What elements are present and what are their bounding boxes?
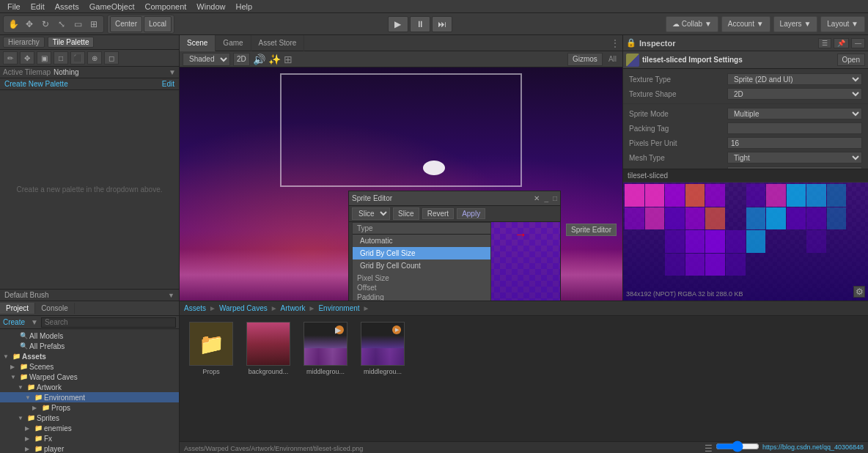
- asset-middleground-1[interactable]: ▶ middlegrou...: [300, 322, 351, 375]
- 2d-btn[interactable]: 2D: [233, 53, 250, 66]
- layers-btn[interactable]: Layers ▼: [773, 16, 818, 32]
- grid-btn[interactable]: ⊞: [284, 54, 293, 65]
- slice-auto-option[interactable]: Automatic: [353, 235, 490, 247]
- tree-sprites[interactable]: ▼ 📁 Sprites: [0, 413, 179, 423]
- inspector-menu-btn[interactable]: ☰: [818, 38, 831, 48]
- inspector-pin-btn[interactable]: 📌: [834, 38, 849, 48]
- bread-warped-caves[interactable]: Warped Caves: [219, 304, 268, 312]
- sprite-mode-select[interactable]: Multiple: [727, 108, 862, 119]
- revert-sprite-btn[interactable]: Revert: [422, 208, 454, 219]
- tp-paint[interactable]: ▣: [37, 51, 51, 65]
- tile-cell-23: [827, 207, 847, 230]
- view-options-btn[interactable]: ⋮: [608, 38, 622, 48]
- menu-file[interactable]: File: [3, 2, 25, 11]
- tile-palette-tab[interactable]: Tile Palette: [48, 37, 95, 48]
- game-tab[interactable]: Game: [216, 35, 251, 51]
- edit-palette-btn[interactable]: Edit: [162, 80, 174, 88]
- scale-tool[interactable]: ⤡: [54, 17, 69, 32]
- scene-tab[interactable]: Scene: [180, 35, 216, 51]
- bread-assets[interactable]: Assets: [184, 304, 206, 312]
- enemies-label: enemies: [44, 424, 72, 432]
- rect-tool[interactable]: ▭: [70, 17, 85, 32]
- step-btn[interactable]: ⏭: [432, 16, 452, 32]
- tree-assets-root[interactable]: ▼ 📁 Assets: [0, 351, 179, 361]
- bread-environment[interactable]: Environment: [318, 304, 359, 312]
- tree-environment[interactable]: ▼ 📁 Environment: [0, 392, 179, 402]
- create-btn[interactable]: Create: [3, 318, 25, 326]
- local-btn[interactable]: Local: [144, 16, 172, 32]
- tp-erase[interactable]: ◻: [104, 51, 119, 65]
- active-tilemap-dropdown[interactable]: ▼: [169, 68, 176, 76]
- play-btn[interactable]: ▶: [388, 16, 408, 32]
- default-brush-dropdown[interactable]: ▼: [168, 292, 174, 299]
- menu-gameobject[interactable]: GameObject: [85, 2, 139, 11]
- mesh-type-select[interactable]: Tight: [727, 152, 862, 163]
- texture-type-select[interactable]: Sprite (2D and UI): [727, 73, 862, 85]
- open-btn[interactable]: Open: [837, 54, 865, 66]
- preview-settings-btn[interactable]: ⚙: [853, 286, 865, 298]
- asset-middleground-2[interactable]: ▶ middlegrou...: [357, 322, 408, 375]
- tp-pencil[interactable]: ✏: [3, 51, 18, 65]
- sprite-editor-slice-dropdown[interactable]: Slice: [352, 207, 390, 220]
- tree-all-prefabs[interactable]: 🔍 All Prefabs: [0, 341, 179, 351]
- tree-artwork[interactable]: ▼ 📁 Artwork: [0, 382, 179, 392]
- gizmos-btn[interactable]: Gizmos: [567, 53, 603, 66]
- collab-btn[interactable]: ☁ Collab ▼: [666, 16, 718, 32]
- minimize-icon[interactable]: _: [544, 194, 548, 202]
- asset-background[interactable]: background...: [243, 322, 294, 375]
- tp-picker[interactable]: ⊕: [87, 51, 102, 65]
- texture-shape-select[interactable]: 2D: [727, 88, 862, 100]
- tree-enemies[interactable]: ▶ 📁 enemies: [0, 423, 179, 433]
- tp-move[interactable]: ✥: [20, 51, 34, 65]
- center-btn[interactable]: Center: [110, 16, 142, 32]
- slice-grid-cell-size-option[interactable]: Grid By Cell Size: [353, 247, 490, 259]
- maximize-icon[interactable]: □: [553, 194, 557, 202]
- tree-fx[interactable]: ▶ 📁 Fx: [0, 433, 179, 443]
- menu-edit[interactable]: Edit: [26, 2, 49, 11]
- status-bar-menu-btn[interactable]: ☰: [705, 443, 713, 454]
- menu-component[interactable]: Component: [140, 2, 191, 11]
- transform-tool[interactable]: ⊞: [87, 17, 101, 32]
- tree-scenes[interactable]: ▶ 📁 Scenes: [0, 361, 179, 372]
- inspector-collapse-btn[interactable]: —: [851, 38, 865, 48]
- project-search-input[interactable]: [41, 317, 176, 328]
- create-palette-row[interactable]: Create New Palette Edit: [0, 78, 179, 90]
- asset-props[interactable]: 📁 Props: [185, 322, 237, 375]
- menu-help[interactable]: Help: [231, 2, 257, 11]
- rotate-tool[interactable]: ↻: [38, 17, 53, 32]
- tp-box[interactable]: □: [54, 51, 68, 65]
- tree-player[interactable]: ▶ 📁 player: [0, 443, 179, 453]
- sprite-editor-close-btn[interactable]: ✕: [534, 194, 540, 202]
- account-btn[interactable]: Account ▼: [721, 16, 770, 32]
- zoom-slider[interactable]: [716, 443, 760, 449]
- pause-btn[interactable]: ⏸: [410, 16, 430, 32]
- layout-btn[interactable]: Layout ▼: [820, 16, 865, 32]
- tree-warped-caves[interactable]: ▼ 📁 Warped Caves: [0, 372, 179, 382]
- hierarchy-tab[interactable]: Hierarchy: [3, 37, 45, 48]
- tile-cell-24: [847, 207, 867, 230]
- slice-tab[interactable]: Slice: [393, 207, 419, 220]
- project-tab[interactable]: Project: [0, 303, 35, 314]
- menu-assets[interactable]: Assets: [51, 2, 84, 11]
- move-tool[interactable]: ✥: [22, 17, 37, 32]
- sprite-editor-button-label[interactable]: Sprite Editor: [566, 224, 617, 236]
- bread-artwork[interactable]: Artwork: [281, 304, 306, 312]
- fx-btn[interactable]: ✨: [268, 54, 281, 65]
- apply-sprite-btn[interactable]: Apply: [457, 208, 485, 219]
- slice-grid-cell-count-option[interactable]: Grid By Cell Count: [353, 259, 490, 272]
- tree-props[interactable]: ▶ 📁 Props: [0, 402, 179, 413]
- tile-palette-toolbar: ✏ ✥ ▣ □ ⬛ ⊕ ◻: [0, 50, 179, 67]
- tile-cell-20: [766, 207, 786, 230]
- audio-btn[interactable]: 🔊: [253, 54, 265, 65]
- tp-fill[interactable]: ⬛: [70, 51, 85, 65]
- pixels-per-unit-input[interactable]: [727, 137, 862, 149]
- shading-dropdown[interactable]: Shaded: [183, 53, 230, 66]
- console-tab[interactable]: Console: [35, 303, 75, 314]
- packing-tag-input[interactable]: [727, 122, 862, 134]
- menu-window[interactable]: Window: [192, 2, 229, 11]
- tree-all-models[interactable]: 🔍 All Models: [0, 331, 179, 341]
- hand-tool[interactable]: ✋: [6, 17, 21, 32]
- asset-store-tab[interactable]: Asset Store: [251, 35, 305, 51]
- preview-panel: tileset-sliced: [623, 169, 868, 301]
- search-icon-tree-2: 🔍: [19, 342, 28, 350]
